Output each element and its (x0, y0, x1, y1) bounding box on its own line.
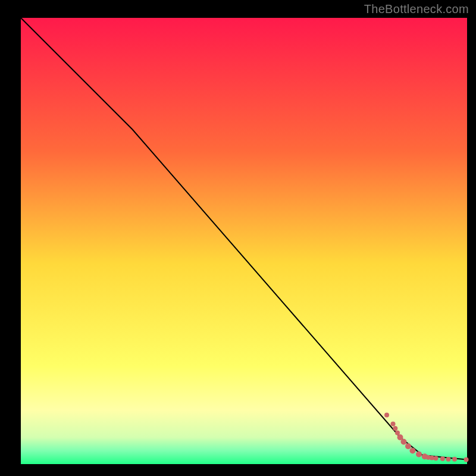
data-dot (452, 457, 457, 462)
data-dot (434, 456, 439, 461)
data-dot (391, 422, 396, 427)
data-dot (405, 443, 411, 449)
data-dot (416, 452, 422, 458)
data-dot (393, 426, 397, 431)
data-dot (410, 448, 416, 454)
data-dot (440, 456, 445, 461)
data-dot (464, 458, 469, 462)
data-dot (446, 457, 451, 462)
chart-svg (0, 0, 476, 476)
data-dot (401, 439, 407, 445)
data-dot (384, 413, 389, 418)
chart-stage: TheBottleneck.com (0, 0, 476, 476)
